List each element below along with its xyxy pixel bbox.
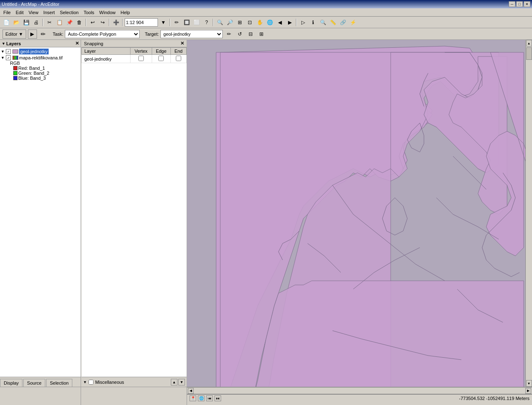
snap-edge-check[interactable] [158, 56, 164, 61]
minimize-button[interactable]: ─ [509, 1, 515, 7]
geol-checkbox[interactable]: ✓ [6, 49, 11, 54]
edit-tool3[interactable]: ↺ [235, 29, 244, 39]
col-layer: Layer [82, 48, 131, 55]
col-edge: Edge [152, 48, 170, 55]
raster-layer-label[interactable]: mapa-rektifikovana.tif [19, 55, 63, 60]
save-button[interactable]: 💾 [22, 18, 31, 27]
map-tools-status: 📍 🌐 ⏮ ⏭ [190, 395, 221, 401]
toc-expand-icon[interactable]: ▼ [2, 42, 5, 46]
new-button[interactable]: 📄 [2, 18, 11, 27]
sep6 [213, 19, 214, 26]
menu-edit[interactable]: Edit [13, 9, 26, 16]
menu-tools[interactable]: Tools [81, 9, 97, 16]
copy-button[interactable]: 📋 [55, 18, 64, 27]
sketch-props-btn[interactable]: ⊞ [257, 29, 266, 39]
scale-input[interactable] [125, 18, 158, 27]
tab-display[interactable]: Display [0, 379, 22, 387]
identify-btn[interactable]: ℹ [308, 18, 318, 27]
snap-end-check[interactable] [176, 56, 181, 61]
scroll-down[interactable]: ▼ [526, 380, 532, 387]
h-scroll-right[interactable]: ▶ [525, 388, 531, 394]
scroll-up-btn[interactable]: ▲ [171, 379, 177, 385]
tab-selection[interactable]: Selection [46, 379, 72, 387]
paste-button[interactable]: 📌 [65, 18, 74, 27]
zoom-in-btn[interactable]: 🔍 [215, 18, 224, 27]
scroll-up[interactable]: ▲ [526, 40, 532, 47]
snap-vertex-check[interactable] [138, 56, 144, 61]
more-btn[interactable]: ⚡ [348, 18, 357, 27]
select-feat[interactable]: ▷ [298, 18, 308, 27]
help-btn[interactable]: ? [202, 18, 211, 27]
scroll-thumb[interactable] [526, 47, 532, 60]
map-scrollbar-v[interactable]: ▲ ▼ [525, 40, 532, 387]
menu-insert[interactable]: Insert [41, 9, 57, 16]
scale-dropdown[interactable]: ▼ [159, 18, 168, 27]
cut-button[interactable]: ✂ [45, 18, 54, 27]
edit-tool2[interactable]: ✏ [224, 29, 234, 39]
close-button[interactable]: ✕ [524, 1, 530, 7]
h-scrollbar[interactable]: ◀ ▶ [187, 387, 532, 394]
map-btn3[interactable]: ⏮ [206, 395, 213, 401]
band-green: Green: Band_2 [13, 71, 80, 76]
map-btn2[interactable]: 🌐 [198, 395, 204, 401]
toc-content: ▼ ✓ geol-jednotky ▼ ✓ mapa-rektifikovana… [0, 47, 81, 377]
hyperlink-btn[interactable]: 🔗 [338, 18, 347, 27]
zoom-out-btn[interactable]: 🔎 [225, 18, 234, 27]
editor-dropdown-btn[interactable]: Editor ▼ [2, 29, 26, 39]
h-scroll-left[interactable]: ◀ [188, 388, 194, 394]
delete-button[interactable]: 🗑 [75, 18, 84, 27]
select-btn[interactable]: 🔲 [182, 18, 191, 27]
menu-view[interactable]: View [26, 9, 41, 16]
task-label: Task: [53, 32, 64, 37]
menu-file[interactable]: File [1, 9, 13, 16]
raster-checkbox[interactable]: ✓ [6, 55, 11, 60]
target-select[interactable]: geol-jednotky [160, 30, 223, 38]
geol-layer-label[interactable]: geol-jednotky [19, 49, 49, 54]
toc-close[interactable]: ✕ [75, 41, 79, 46]
bottom-tabs: Display Source Selection [0, 377, 81, 387]
snap-edge-cell[interactable] [152, 55, 170, 63]
geol-expand[interactable]: ▼ [1, 49, 5, 54]
scroll-down-btn[interactable]: ▼ [178, 379, 185, 385]
sep4 [122, 19, 123, 26]
measure-btn[interactable]: 📏 [328, 18, 337, 27]
pencil-tool[interactable]: ✏ [39, 29, 48, 39]
tools3[interactable]: ⬜ [192, 18, 201, 27]
zoom-full[interactable]: ⊞ [235, 18, 244, 27]
map-container[interactable]: ▲ ▼ [187, 40, 532, 387]
menu-selection[interactable]: Selection [57, 9, 81, 16]
add-data-button[interactable]: ➕ [111, 18, 121, 27]
snapping-close[interactable]: ✕ [180, 41, 184, 46]
menu-help[interactable]: Help [118, 9, 133, 16]
redo-button[interactable]: ↪ [98, 18, 107, 27]
undo-button[interactable]: ↩ [88, 18, 97, 27]
edit-sketch-pointer[interactable]: ▶ [28, 29, 37, 39]
h-scroll-track[interactable] [194, 388, 525, 393]
target-label: Target: [145, 32, 159, 37]
title-bar: Untitled - ArcMap - ArcEditor ─ □ ✕ [0, 0, 532, 8]
forward-btn[interactable]: ▶ [285, 18, 294, 27]
menu-window[interactable]: Window [97, 9, 118, 16]
pan-btn[interactable]: ✋ [255, 18, 264, 27]
task-select[interactable]: Auto-Complete Polygon Create New Feature… [65, 30, 140, 38]
edit-tool[interactable]: ✏ [172, 18, 181, 27]
raster-expand[interactable]: ▼ [1, 56, 5, 60]
snap-end-cell[interactable] [170, 55, 186, 63]
map-btn4[interactable]: ⏭ [214, 395, 221, 401]
find-btn[interactable]: 🔍 [318, 18, 328, 27]
misc-checkbox[interactable] [89, 380, 94, 385]
globe-btn[interactable]: 🌐 [265, 18, 274, 27]
main-toolbar: 📄 📂 💾 🖨 ✂ 📋 📌 🗑 ↩ ↪ ➕ ▼ ✏ 🔲 ⬜ ? 🔍 🔎 ⊞ ⊡ … [0, 17, 532, 28]
open-button[interactable]: 📂 [12, 18, 21, 27]
snapping-panel: Snapping ✕ Layer Vertex Edge End [81, 40, 187, 387]
print-button[interactable]: 🖨 [32, 18, 41, 27]
tab-source[interactable]: Source [23, 379, 45, 387]
snapping-table: Layer Vertex Edge End geol-jednotky [81, 47, 187, 63]
maximize-button[interactable]: □ [516, 1, 523, 7]
attr-table-btn[interactable]: ⊟ [246, 29, 255, 39]
zoom-sel[interactable]: ⊡ [245, 18, 254, 27]
snap-vertex-cell[interactable] [130, 55, 152, 63]
back-btn[interactable]: ◀ [275, 18, 284, 27]
snapping-footer-expand[interactable]: ▼ [83, 380, 87, 384]
map-btn1[interactable]: 📍 [190, 395, 196, 401]
